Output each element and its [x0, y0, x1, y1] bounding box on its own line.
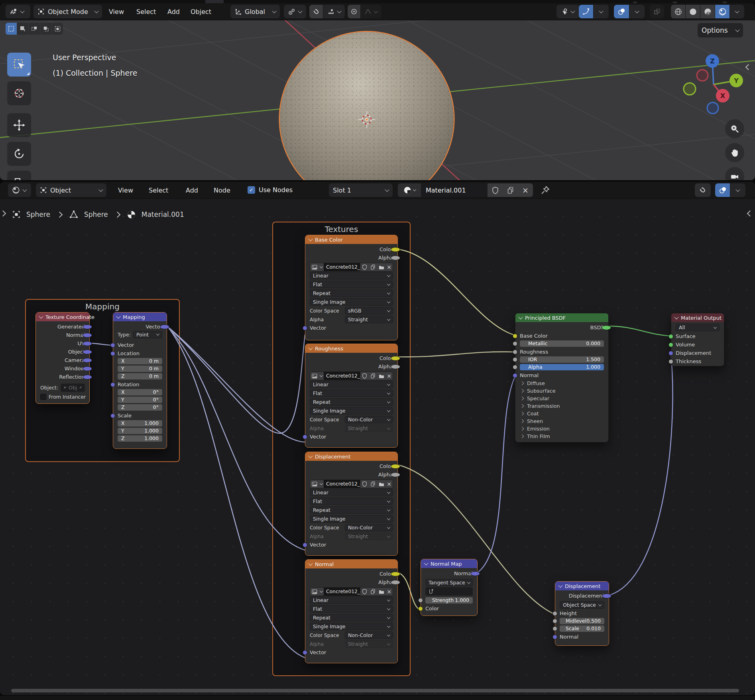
node-principled-bsdf[interactable]: Principled BSDF BSDF Base Color Metallic… [515, 313, 609, 442]
node-header[interactable]: Base Color [305, 235, 397, 244]
proportional-falloff-dropdown[interactable] [361, 5, 381, 18]
socket-vector-in[interactable] [303, 435, 307, 439]
image-name[interactable]: Concrete012_4... [324, 588, 360, 596]
socket-reflection[interactable] [83, 375, 92, 379]
open-folder-icon[interactable] [377, 588, 385, 596]
shading-dropdown[interactable] [730, 5, 744, 18]
select-box-button[interactable] [17, 23, 28, 35]
visibility-dropdown[interactable] [556, 5, 580, 18]
menu-node[interactable]: Node [214, 182, 230, 199]
xray-toggle[interactable] [650, 5, 664, 18]
midlevel-slider[interactable]: Midlevel0.500 [560, 618, 604, 624]
image-name[interactable]: Concrete012_4... [324, 480, 360, 488]
shader-overlays-dropdown[interactable] [730, 183, 745, 197]
socket-vector-in[interactable] [303, 650, 307, 655]
node-displacement[interactable]: Displacement Displacement Object Space H… [555, 581, 609, 646]
node-header[interactable]: Material Output [671, 313, 724, 322]
image-icon[interactable] [310, 372, 319, 380]
collapse-icon[interactable] [39, 314, 43, 319]
socket-normal-out[interactable] [470, 571, 480, 576]
tool-rotate[interactable] [7, 142, 31, 166]
horizontal-scrollbar[interactable] [11, 689, 739, 692]
copy-icon[interactable] [369, 480, 377, 488]
image-datablock-widget[interactable]: Concrete012_4... × [310, 480, 393, 488]
gizmo-neg-z[interactable] [707, 102, 718, 114]
fake-user-shield-icon[interactable] [360, 588, 369, 596]
node-image-texture-normal[interactable]: Normal Color Alpha Concrete012_4... × Li… [305, 559, 398, 663]
options-button[interactable]: Options [698, 23, 743, 37]
menu-select[interactable]: Select [136, 3, 156, 20]
socket-roughness[interactable] [513, 350, 517, 354]
socket-alpha-out[interactable] [391, 256, 400, 260]
snap-toggle[interactable] [309, 5, 323, 18]
strength-slider[interactable]: Strength1.000 [425, 597, 473, 604]
navigation-gizmo[interactable]: Z Y X [678, 50, 749, 118]
gizmo-neg-y[interactable] [684, 83, 696, 95]
fake-user-shield-button[interactable] [488, 183, 503, 197]
node-mapping[interactable]: Mapping Vector Type: Point Vector Locati… [113, 312, 167, 449]
socket-displacement-out[interactable] [602, 594, 611, 598]
snap-settings-dropdown[interactable] [323, 5, 345, 18]
interpolation-dropdown[interactable]: Linear [310, 596, 393, 604]
socket-color-out[interactable] [391, 572, 400, 576]
node-header[interactable]: Normal [305, 560, 397, 568]
interpolation-dropdown[interactable]: Linear [310, 381, 393, 388]
pin-icon[interactable] [541, 185, 550, 196]
alpha-mode-dropdown[interactable]: Straight [345, 425, 393, 432]
extension-dropdown[interactable]: Repeat [310, 614, 393, 621]
node-texture-coordinate[interactable]: Texture Coordinate Generated Normal UV O… [35, 312, 90, 404]
socket-camera[interactable] [83, 358, 92, 363]
colorspace-dropdown[interactable]: Non-Color [345, 416, 393, 423]
socket-thickness[interactable] [668, 359, 673, 364]
shader-editor[interactable]: Mapping Textures Texture Coordinate Gene… [0, 182, 755, 695]
shader-mode-dropdown[interactable]: Object [36, 183, 106, 197]
menu-object[interactable]: Object [191, 3, 211, 20]
breadcrumb-mesh[interactable]: Sphere [84, 210, 108, 218]
pan-button[interactable] [725, 143, 744, 162]
fake-user-shield-icon[interactable] [360, 372, 369, 380]
image-name[interactable]: Concrete012_4... [324, 263, 360, 271]
select-tweak-button[interactable] [6, 23, 17, 35]
socket-vector-in[interactable] [110, 343, 115, 348]
node-image-texture-displacement[interactable]: Displacement Color Alpha Concrete012_4..… [305, 452, 398, 556]
source-dropdown[interactable]: Single Image [310, 623, 393, 630]
displacement-space-dropdown[interactable]: Object Space [560, 601, 604, 609]
socket-vector-out[interactable] [160, 324, 169, 329]
eyedropper-icon[interactable] [79, 385, 82, 390]
alpha-mode-dropdown[interactable]: Straight [345, 533, 393, 540]
socket-normal-in[interactable] [552, 635, 557, 639]
image-icon[interactable] [310, 588, 319, 596]
socket-metallic[interactable] [513, 341, 517, 346]
collapse-icon[interactable] [674, 315, 678, 319]
material-name-field[interactable]: Material.001 [421, 183, 488, 197]
unlink-icon[interactable]: × [385, 263, 393, 271]
socket-alpha[interactable] [513, 365, 517, 370]
editor-type-button[interactable] [6, 5, 30, 18]
chevron-down-icon[interactable] [319, 588, 324, 596]
proportional-editing-toggle[interactable] [348, 5, 360, 18]
location-x-slider[interactable]: X0 m [118, 358, 162, 364]
gizmo-toggle[interactable] [579, 5, 593, 18]
normal-space-dropdown[interactable]: Tangent Space [425, 579, 473, 586]
menu-add[interactable]: Add [186, 182, 198, 199]
scale-x-slider[interactable]: X1.000 [118, 420, 162, 427]
rotation-y-slider[interactable]: Y0° [118, 397, 162, 403]
panel-specular[interactable]: Specular [515, 395, 608, 402]
tool-scale[interactable] [7, 171, 31, 180]
socket-alpha-out[interactable] [391, 364, 400, 369]
tool-move[interactable] [7, 113, 31, 137]
unlink-icon[interactable]: × [385, 372, 393, 380]
shading-solid[interactable] [686, 5, 700, 18]
unlink-icon[interactable]: × [385, 480, 393, 488]
fake-user-shield-icon[interactable] [360, 480, 369, 488]
source-dropdown[interactable]: Single Image [310, 515, 393, 523]
rotation-x-slider[interactable]: X0° [118, 389, 162, 395]
alpha-slider[interactable]: Alpha1.000 [520, 364, 604, 370]
chevron-down-icon[interactable] [319, 263, 324, 271]
socket-vector-in[interactable] [303, 326, 307, 330]
select-circle-button[interactable] [29, 23, 40, 35]
panel-emission[interactable]: Emission [515, 425, 608, 433]
shading-wireframe[interactable] [671, 5, 685, 18]
tool-cursor[interactable] [7, 81, 31, 105]
select-intersect-button[interactable] [52, 23, 63, 35]
